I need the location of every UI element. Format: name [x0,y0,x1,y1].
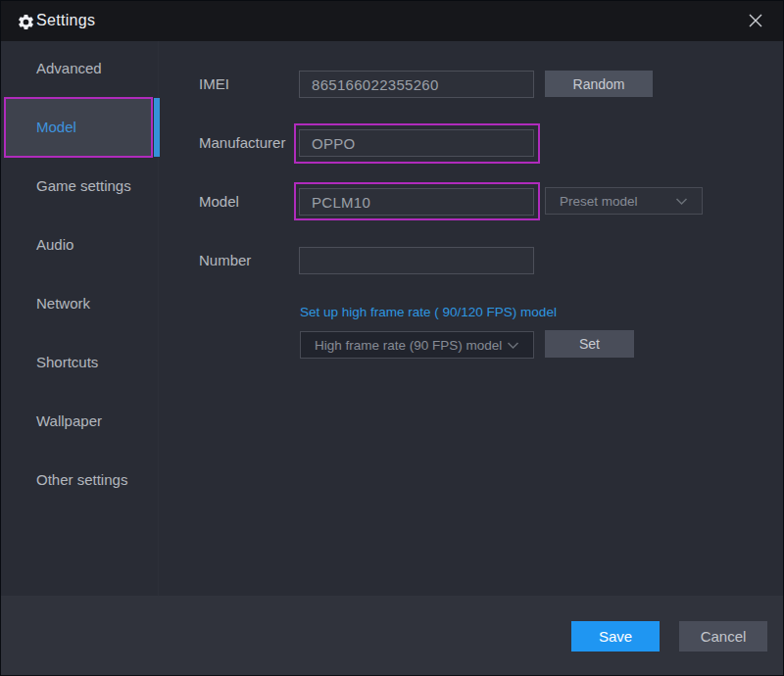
sidebar-active-accent-bar [154,98,160,157]
footer-bar [0,596,784,676]
sidebar-item-other-settings[interactable]: Other settings [0,451,157,509]
sidebar-item-wallpaper[interactable]: Wallpaper [0,392,157,451]
model-label: Model [199,192,239,212]
save-button[interactable]: Save [571,621,660,652]
high-frame-rate-dropdown-label: High frame rate (90 FPS) model [315,338,502,353]
set-button[interactable]: Set [545,330,634,358]
high-frame-rate-dropdown[interactable]: High frame rate (90 FPS) model [300,331,534,359]
high-frame-rate-chevron-down-icon [507,338,519,353]
settings-gear-icon [17,13,35,35]
window-title: Settings [36,0,95,41]
high-frame-rate-link[interactable]: Set up high frame rate ( 90/120 FPS) mod… [300,305,557,319]
random-button[interactable]: Random [545,71,653,97]
imei-label: IMEI [199,74,229,94]
close-icon[interactable] [747,12,764,29]
manufacturer-label: Manufacturer [199,133,285,153]
sidebar-item-model[interactable]: Model [0,98,157,157]
model-input[interactable] [299,188,534,216]
imei-input[interactable] [299,71,534,98]
sidebar-item-advanced[interactable]: Advanced [0,39,157,98]
title-bar: Settings [0,0,784,41]
cancel-button[interactable]: Cancel [679,621,767,652]
sidebar-item-audio[interactable]: Audio [0,216,157,274]
manufacturer-input[interactable] [299,129,534,157]
sidebar-item-shortcuts[interactable]: Shortcuts [0,333,157,392]
preset-model-dropdown[interactable]: Preset model [545,187,703,215]
number-label: Number [199,251,251,270]
sidebar-item-game-settings[interactable]: Game settings [0,157,157,216]
sidebar-item-network[interactable]: Network [0,274,157,333]
number-input[interactable] [299,247,534,274]
preset-model-dropdown-label: Preset model [560,194,638,209]
preset-model-chevron-down-icon [675,194,688,209]
